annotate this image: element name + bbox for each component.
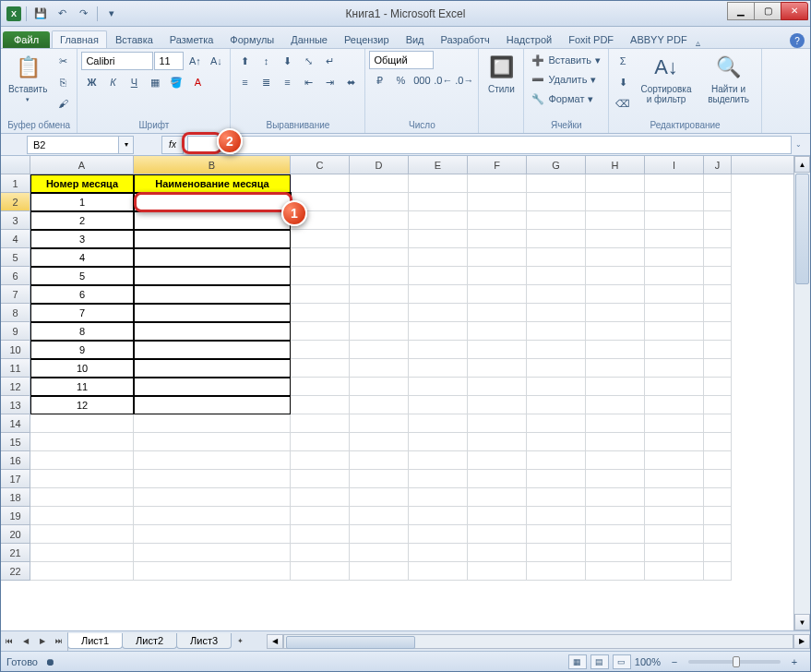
cell[interactable] (409, 285, 468, 304)
cell[interactable] (468, 507, 527, 525)
sheet-nav-prev-icon[interactable]: ◀ (18, 632, 34, 651)
cell[interactable] (586, 267, 645, 285)
cell[interactable] (586, 211, 645, 230)
cell[interactable]: 12 (30, 396, 134, 414)
cell[interactable] (468, 211, 527, 230)
column-header[interactable]: E (409, 156, 468, 174)
cell[interactable] (586, 562, 645, 581)
cell[interactable] (586, 285, 645, 304)
cell[interactable] (586, 174, 645, 193)
scroll-down-icon[interactable]: ▼ (794, 614, 810, 630)
cell[interactable] (291, 470, 350, 488)
cell[interactable] (704, 230, 732, 248)
cell[interactable] (409, 396, 468, 414)
cell[interactable]: 3 (30, 230, 134, 248)
cell[interactable]: Наименование месяца (134, 174, 291, 193)
cell[interactable] (134, 378, 291, 396)
cell[interactable] (468, 525, 527, 544)
zoom-level[interactable]: 100% (635, 656, 661, 667)
view-normal-icon[interactable]: ▦ (568, 654, 587, 669)
cell[interactable] (704, 525, 732, 544)
cell[interactable] (704, 451, 732, 470)
cell[interactable] (468, 267, 527, 285)
cell[interactable] (409, 341, 468, 359)
select-all-corner[interactable] (1, 156, 30, 174)
cell[interactable] (527, 378, 586, 396)
cell[interactable] (350, 488, 409, 507)
cell[interactable] (586, 451, 645, 470)
cell[interactable] (134, 396, 291, 414)
cell[interactable] (134, 414, 291, 433)
redo-icon[interactable]: ↷ (74, 5, 92, 23)
zoom-in-icon[interactable]: + (784, 652, 805, 672)
cell[interactable] (468, 341, 527, 359)
scroll-thumb[interactable] (795, 174, 809, 284)
cell[interactable]: 7 (30, 304, 134, 322)
cell[interactable] (704, 488, 732, 507)
help-icon[interactable]: ? (790, 33, 805, 48)
qat-customize-icon[interactable]: ▾ (102, 5, 121, 23)
decrease-indent-icon[interactable]: ⇤ (298, 72, 318, 92)
cell[interactable] (527, 451, 586, 470)
cell[interactable] (704, 359, 732, 378)
cell[interactable] (409, 433, 468, 451)
cell[interactable] (527, 322, 586, 341)
cell[interactable] (586, 544, 645, 562)
cell[interactable] (30, 562, 134, 581)
cell[interactable] (409, 470, 468, 488)
cell[interactable] (468, 285, 527, 304)
cell[interactable] (704, 267, 732, 285)
wrap-text-icon[interactable]: ↵ (319, 51, 340, 71)
cell[interactable]: 9 (30, 341, 134, 359)
row-header[interactable]: 3 (1, 211, 30, 230)
cell[interactable] (409, 267, 468, 285)
cell[interactable] (291, 267, 350, 285)
cell[interactable] (704, 248, 732, 267)
cell[interactable] (586, 396, 645, 414)
cell[interactable] (30, 488, 134, 507)
cell[interactable] (350, 562, 409, 581)
cell[interactable]: 6 (30, 285, 134, 304)
formula-input[interactable] (187, 136, 792, 154)
ribbon-tab[interactable]: Разработч (433, 30, 498, 48)
row-header[interactable]: 16 (1, 451, 30, 470)
cell[interactable]: 10 (30, 359, 134, 378)
column-header[interactable]: J (704, 156, 732, 174)
ribbon-tab[interactable]: ABBYY PDF (622, 30, 696, 48)
column-header[interactable]: B (134, 156, 291, 174)
cell[interactable] (527, 285, 586, 304)
zoom-thumb[interactable] (733, 656, 740, 667)
cell[interactable] (645, 322, 704, 341)
cell[interactable] (291, 451, 350, 470)
cell[interactable] (291, 174, 350, 193)
sheet-nav-next-icon[interactable]: ▶ (34, 632, 51, 651)
cell[interactable] (350, 378, 409, 396)
bold-button[interactable]: Ж (81, 72, 101, 92)
cell[interactable] (527, 174, 586, 193)
increase-font-icon[interactable]: A↑ (185, 51, 205, 71)
border-icon[interactable]: ▦ (145, 72, 165, 92)
cell[interactable] (586, 433, 645, 451)
number-format-combo[interactable]: Общий (369, 51, 434, 69)
cell[interactable] (704, 470, 732, 488)
cell[interactable] (586, 525, 645, 544)
ribbon-tab[interactable]: Главная (52, 30, 107, 48)
excel-icon[interactable]: X (6, 6, 21, 21)
cell[interactable] (527, 359, 586, 378)
align-top-icon[interactable]: ⬆ (234, 51, 255, 71)
cell[interactable] (586, 322, 645, 341)
cell[interactable] (30, 544, 134, 562)
cell[interactable] (704, 285, 732, 304)
cell[interactable] (468, 414, 527, 433)
cell[interactable] (468, 359, 527, 378)
increase-decimal-icon[interactable]: .0← (433, 70, 453, 90)
cell[interactable] (291, 248, 350, 267)
cell[interactable] (134, 562, 291, 581)
cell[interactable] (409, 507, 468, 525)
row-header[interactable]: 19 (1, 507, 30, 525)
ribbon-tab[interactable]: Надстрой (498, 30, 560, 48)
cell[interactable] (468, 248, 527, 267)
name-box-dropdown[interactable]: ▾ (119, 136, 134, 154)
cell[interactable] (350, 451, 409, 470)
row-header[interactable]: 1 (1, 174, 30, 193)
